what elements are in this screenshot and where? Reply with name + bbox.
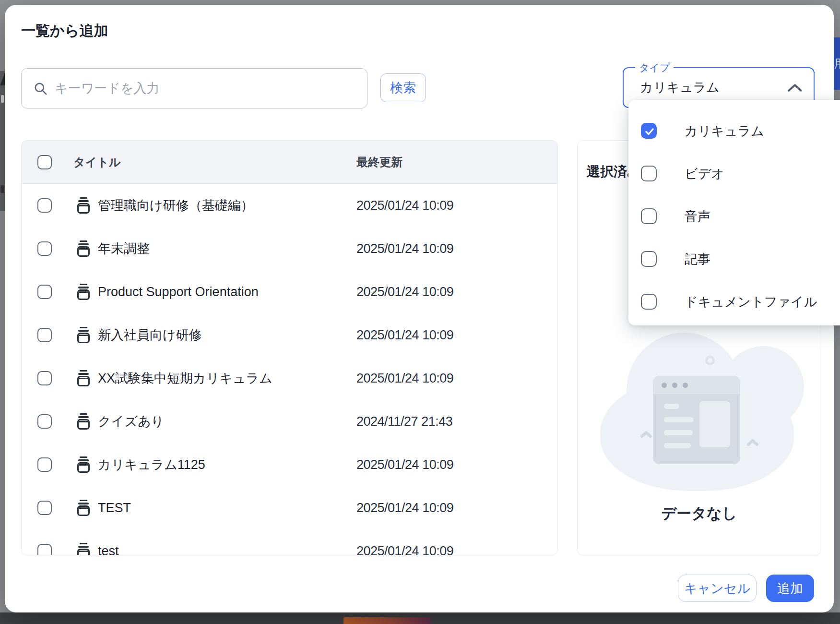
row-updated: 2025/01/24 10:09: [356, 285, 453, 300]
row-title: TEST: [98, 501, 131, 516]
type-option[interactable]: ドキュメントファイル: [628, 280, 840, 323]
row-checkbox[interactable]: [37, 457, 52, 472]
add-button[interactable]: 追加: [766, 575, 814, 602]
row-title: カリキュラム1125: [98, 456, 205, 473]
keyword-search-input[interactable]: キーワードを入力: [21, 68, 367, 108]
table-row[interactable]: カリキュラム11252025/01/24 10:09: [22, 443, 557, 486]
empty-state-text: データなし: [578, 504, 821, 524]
row-title: Product Support Orientation: [98, 285, 259, 300]
type-option[interactable]: ビデオ: [628, 152, 840, 195]
background-button-fragment: 用: [834, 37, 840, 90]
type-option[interactable]: カリキュラム: [628, 109, 840, 152]
unchecked-checkbox[interactable]: [641, 294, 657, 310]
row-title: 年末調整: [98, 240, 150, 257]
row-updated: 2025/01/24 10:09: [356, 328, 453, 343]
row-title: 新入社員向け研修: [98, 326, 202, 344]
unchecked-checkbox[interactable]: [641, 166, 657, 181]
curriculum-icon: [76, 456, 91, 473]
row-checkbox[interactable]: [37, 501, 52, 515]
type-option-label: ドキュメントファイル: [685, 293, 817, 311]
row-title: XX試験集中短期カリキュラム: [98, 370, 272, 387]
row-updated: 2025/01/24 10:09: [356, 544, 453, 556]
row-checkbox[interactable]: [37, 198, 52, 213]
background-shape: [0, 73, 5, 85]
type-option-label: ビデオ: [685, 165, 724, 182]
row-checkbox[interactable]: [37, 285, 52, 299]
row-updated: 2024/11/27 21:43: [356, 414, 452, 429]
table-row[interactable]: 年末調整2025/01/24 10:09: [22, 227, 557, 270]
decor-chevron-icon: [746, 439, 759, 446]
type-option-label: 記事: [685, 251, 710, 268]
decor-dot: [705, 356, 715, 365]
table-row[interactable]: TEST2025/01/24 10:09: [22, 486, 557, 529]
column-header-updated: 最終更新: [356, 155, 402, 170]
background-page-fragment-left: [0, 71, 5, 211]
curriculum-icon: [76, 543, 91, 555]
search-icon: [33, 81, 48, 96]
table-header-row: タイトル 最終更新: [22, 141, 557, 184]
curriculum-icon: [76, 500, 91, 516]
search-placeholder: キーワードを入力: [55, 80, 160, 97]
unchecked-checkbox[interactable]: [641, 208, 657, 224]
background-bar-fragment: [343, 617, 431, 624]
row-title: 管理職向け研修（基礎編）: [98, 197, 254, 214]
content-list-card: タイトル 最終更新 管理職向け研修（基礎編）2025/01/24 10:09年末…: [21, 140, 558, 555]
row-checkbox[interactable]: [37, 328, 52, 342]
curriculum-icon: [76, 284, 91, 300]
row-title: クイズあり: [98, 413, 164, 430]
chevron-up-icon: [787, 83, 803, 95]
row-checkbox[interactable]: [37, 414, 52, 429]
row-updated: 2025/01/24 10:09: [356, 457, 453, 472]
table-row[interactable]: 管理職向け研修（基礎編）2025/01/24 10:09: [22, 184, 557, 227]
curriculum-icon: [76, 327, 91, 343]
table-row[interactable]: XX試験集中短期カリキュラム2025/01/24 10:09: [22, 357, 557, 400]
type-dropdown-menu: カリキュラムビデオ音声記事ドキュメントファイル: [628, 100, 840, 325]
type-option[interactable]: 記事: [628, 238, 840, 280]
row-checkbox[interactable]: [37, 544, 52, 555]
background-shape: [0, 185, 4, 193]
table-row[interactable]: Product Support Orientation2025/01/24 10…: [22, 270, 557, 313]
row-updated: 2025/01/24 10:09: [356, 198, 453, 213]
curriculum-icon: [76, 197, 91, 214]
type-option-label: カリキュラム: [685, 122, 764, 140]
curriculum-icon: [76, 370, 91, 386]
curriculum-icon: [76, 240, 91, 257]
select-all-checkbox[interactable]: [37, 155, 52, 169]
curriculum-icon: [76, 413, 91, 430]
type-option[interactable]: 音声: [628, 195, 840, 238]
cancel-button[interactable]: キャンセル: [678, 575, 757, 602]
dialog-title: 一覧から追加: [21, 21, 108, 41]
row-updated: 2025/01/24 10:09: [356, 501, 453, 516]
checked-checkbox[interactable]: [641, 123, 657, 139]
row-updated: 2025/01/24 10:09: [356, 371, 453, 386]
unchecked-checkbox[interactable]: [641, 251, 657, 267]
content-table-rows: 管理職向け研修（基礎編）2025/01/24 10:09年末調整2025/01/…: [22, 184, 557, 555]
add-from-list-dialog: 一覧から追加 キーワードを入力 検索 タイプ カリキュラム カリキュラムビデオ音…: [5, 5, 834, 612]
background-shape: [1, 95, 4, 103]
type-option-label: 音声: [685, 208, 710, 225]
decor-chevron-icon: [640, 431, 652, 438]
row-checkbox[interactable]: [37, 371, 52, 385]
table-row[interactable]: test2025/01/24 10:09: [22, 529, 557, 555]
row-checkbox[interactable]: [37, 241, 52, 256]
empty-state-window-icon: [653, 376, 740, 464]
table-row[interactable]: 新入社員向け研修2025/01/24 10:09: [22, 313, 557, 357]
table-row[interactable]: クイズあり2024/11/27 21:43: [22, 400, 557, 443]
column-header-title: タイトル: [73, 155, 120, 170]
row-title: test: [98, 544, 119, 556]
row-updated: 2025/01/24 10:09: [356, 241, 453, 256]
search-button[interactable]: 検索: [380, 73, 426, 102]
